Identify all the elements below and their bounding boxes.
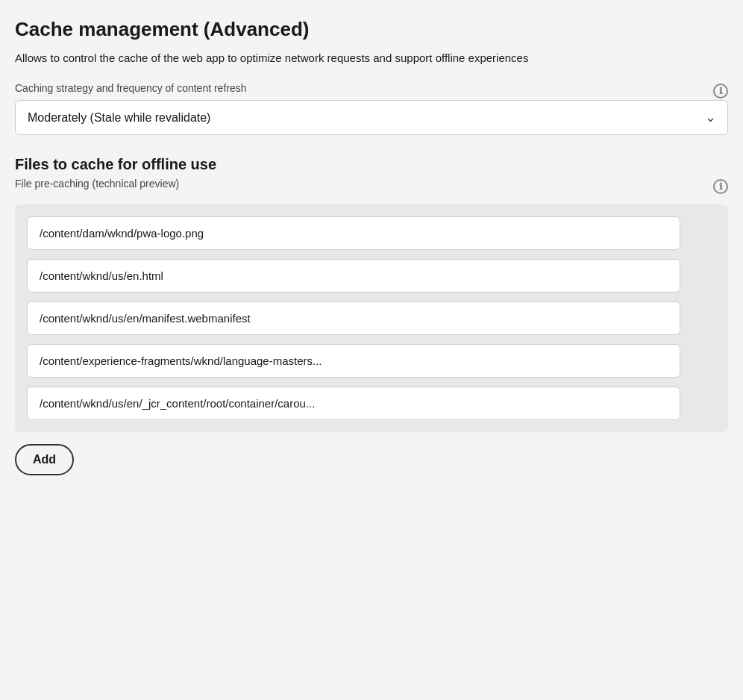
add-button[interactable]: Add <box>15 444 74 475</box>
delete-button-5[interactable] <box>689 399 698 407</box>
reorder-button-3[interactable] <box>707 313 716 322</box>
file-list-container <box>15 204 728 432</box>
file-precaching-info-icon[interactable]: ℹ <box>713 179 728 194</box>
delete-button-4[interactable] <box>689 356 698 365</box>
file-input-4[interactable] <box>27 344 680 378</box>
reorder-button-4[interactable] <box>707 356 716 365</box>
table-row <box>27 344 716 378</box>
table-row <box>27 216 716 250</box>
file-precaching-label: File pre-caching (technical preview) <box>15 178 179 190</box>
page-description: Allows to control the cache of the web a… <box>15 50 728 67</box>
files-cache-section: Files to cache for offline use File pre-… <box>15 156 728 475</box>
reorder-button-5[interactable] <box>707 399 716 407</box>
delete-button-1[interactable] <box>689 228 698 237</box>
page-title: Cache management (Advanced) <box>15 18 728 41</box>
table-row <box>27 259 716 293</box>
files-section-title: Files to cache for offline use <box>15 156 728 173</box>
file-input-2[interactable] <box>27 259 680 293</box>
delete-button-3[interactable] <box>689 313 698 322</box>
reorder-button-2[interactable] <box>707 271 716 280</box>
table-row <box>27 387 716 420</box>
table-row <box>27 301 716 335</box>
file-input-3[interactable] <box>27 301 680 335</box>
reorder-button-1[interactable] <box>707 228 716 237</box>
caching-strategy-wrapper: Moderately (Stale while revalidate)Aggre… <box>15 100 728 135</box>
caching-info-icon[interactable]: ℹ <box>713 84 728 99</box>
file-input-1[interactable] <box>27 216 680 250</box>
file-input-5[interactable] <box>27 387 680 420</box>
delete-button-2[interactable] <box>689 271 698 280</box>
caching-strategy-label: Caching strategy and frequency of conten… <box>15 82 247 94</box>
caching-strategy-dropdown[interactable]: Moderately (Stale while revalidate)Aggre… <box>15 100 728 135</box>
